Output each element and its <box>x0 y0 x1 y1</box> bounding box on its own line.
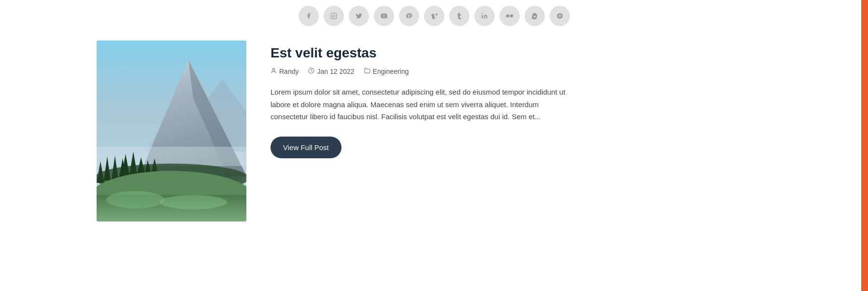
svg-rect-3 <box>482 15 483 18</box>
post-category: Engineering <box>373 68 409 75</box>
svg-point-4 <box>482 13 483 14</box>
side-accent-bar <box>861 0 868 291</box>
scribd-icon[interactable] <box>525 6 545 26</box>
svg-point-29 <box>159 195 227 209</box>
youtube-icon[interactable] <box>374 6 394 26</box>
post-date: Jan 12 2022 <box>317 68 354 75</box>
post-image <box>97 41 246 222</box>
folder-icon <box>364 68 370 75</box>
svg-point-28 <box>106 191 164 208</box>
linkedin-icon[interactable] <box>474 6 495 26</box>
tumblr-icon[interactable] <box>449 6 470 26</box>
extra-social-icon[interactable] <box>550 6 570 26</box>
post-info: Est velit egestas Randy Jan 12 2022 Engi… <box>270 41 771 158</box>
social-icons-bar <box>0 0 868 41</box>
svg-point-6 <box>510 14 513 18</box>
svg-point-30 <box>272 69 274 70</box>
post-title: Est velit egestas <box>270 45 771 61</box>
svg-rect-0 <box>331 13 337 19</box>
author-icon <box>270 68 277 75</box>
author-name: Randy <box>279 68 299 75</box>
facebook-icon[interactable] <box>299 6 319 26</box>
svg-point-5 <box>506 14 509 18</box>
author-meta: Randy <box>270 68 299 75</box>
vimeo-icon[interactable] <box>424 6 444 26</box>
post-meta: Randy Jan 12 2022 Engineering <box>270 68 771 75</box>
category-meta: Engineering <box>364 68 409 75</box>
pinterest-icon[interactable] <box>399 6 419 26</box>
twitter-icon[interactable] <box>349 6 369 26</box>
svg-rect-15 <box>97 147 246 166</box>
instagram-icon[interactable] <box>324 6 344 26</box>
view-full-post-button[interactable]: View Full Post <box>270 137 342 158</box>
post-image-inner <box>97 41 246 222</box>
flickr-icon[interactable] <box>499 6 520 26</box>
post-excerpt: Lorem ipsum dolor sit amet, consectetur … <box>270 86 570 123</box>
date-meta: Jan 12 2022 <box>308 68 354 75</box>
clock-icon <box>308 68 314 75</box>
main-content: Est velit egestas Randy Jan 12 2022 Engi… <box>0 41 868 250</box>
